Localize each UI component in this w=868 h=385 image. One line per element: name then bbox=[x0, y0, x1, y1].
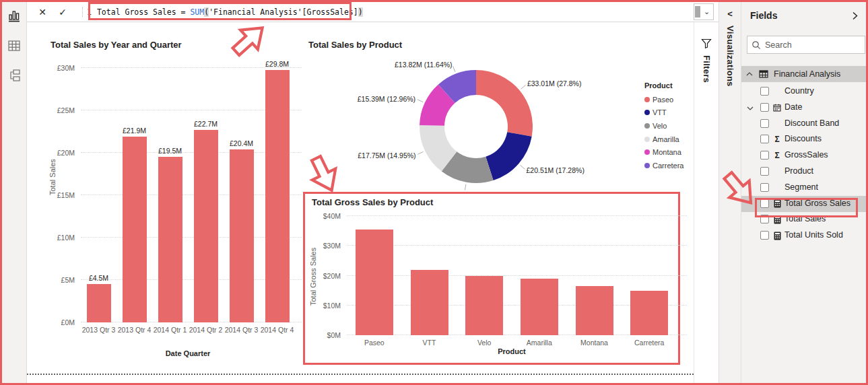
donut-label-vtt: £20.51M (17.28%) bbox=[527, 166, 585, 174]
formula-scrollbar-thumb[interactable] bbox=[695, 6, 700, 18]
bar-velo[interactable] bbox=[465, 276, 503, 335]
data-label: £19.5M bbox=[152, 147, 188, 155]
bar-amarilla[interactable] bbox=[521, 279, 558, 335]
field-label: Product bbox=[784, 166, 813, 176]
legend-item-montana[interactable]: Montana bbox=[644, 145, 693, 159]
bar-vtt[interactable] bbox=[411, 270, 448, 335]
field-label: Total Gross Sales bbox=[784, 199, 850, 208]
field-checkbox[interactable] bbox=[760, 215, 769, 223]
powerbi-window: ✕ ✓ 1 Total Gross Sales = SUM('Financial… bbox=[0, 0, 868, 385]
chevron-down-icon[interactable] bbox=[747, 103, 754, 112]
filter-funnel-icon bbox=[701, 38, 712, 48]
commit-formula-icon[interactable]: ✓ bbox=[53, 7, 73, 18]
legend-item-vtt[interactable]: VTT bbox=[644, 106, 693, 120]
gridline bbox=[347, 245, 687, 246]
no-icon bbox=[772, 182, 782, 193]
table-row-financial-analysis[interactable]: Financial Analysis bbox=[741, 66, 866, 82]
formula-input[interactable]: Total Gross Sales = SUM('Financial Analy… bbox=[97, 7, 363, 17]
bar-carretera[interactable] bbox=[630, 291, 668, 335]
visualizations-pane-label: Visualizations bbox=[725, 26, 735, 87]
bar-2014-qtr-4[interactable] bbox=[265, 70, 290, 322]
model-view-icon[interactable] bbox=[7, 68, 22, 83]
bar-paseo[interactable] bbox=[356, 230, 393, 335]
donut-label-montana: £15.39M (12.96%) bbox=[358, 95, 415, 103]
formula-line-number: 1 bbox=[82, 7, 92, 17]
bar-2013-qtr-4[interactable] bbox=[123, 137, 147, 322]
field-row-segment[interactable]: Segment bbox=[741, 180, 866, 196]
legend-dot bbox=[644, 163, 650, 168]
formula-reference: 'Financial Analysis'[GrossSales] bbox=[209, 7, 358, 17]
field-row-discounts[interactable]: ΣDiscounts bbox=[741, 131, 866, 147]
bar-montana[interactable] bbox=[576, 286, 613, 335]
legend-item-paseo[interactable]: Paseo bbox=[644, 93, 693, 106]
chevron-down-icon: ⌄ bbox=[700, 8, 713, 15]
x-tick-label: 2014 Qtr 4 bbox=[259, 326, 295, 335]
legend-dot bbox=[644, 110, 650, 115]
donut-slice-vtt[interactable] bbox=[486, 132, 531, 180]
donut-label-carretera: £13.82M (11.64%) bbox=[395, 61, 453, 69]
y-tick-label: £5M bbox=[61, 276, 75, 284]
donut-label-paseo: £33.01M (27.8%) bbox=[527, 79, 582, 88]
field-row-total-units-sold[interactable]: Total Units Sold bbox=[741, 228, 866, 244]
label-leader-line bbox=[521, 85, 526, 89]
chart3-title: Total Gross Sales by Product bbox=[312, 197, 433, 207]
donut-slice-paseo[interactable] bbox=[476, 70, 533, 137]
bar-2014-qtr-3[interactable] bbox=[230, 149, 254, 322]
field-checkbox[interactable] bbox=[760, 103, 769, 112]
x-tick-label: Amarilla bbox=[512, 339, 567, 347]
search-input[interactable] bbox=[765, 40, 846, 50]
field-row-total-sales[interactable]: Total Sales bbox=[741, 211, 866, 228]
field-row-discount-band[interactable]: Discount Band bbox=[741, 116, 866, 132]
field-row-product[interactable]: Product bbox=[741, 164, 866, 180]
view-nav-rail bbox=[2, 2, 27, 383]
field-checkbox[interactable] bbox=[760, 135, 769, 143]
report-view-icon[interactable] bbox=[7, 9, 22, 24]
bar-2014-qtr-1[interactable] bbox=[158, 157, 182, 322]
chart1-plot-area: £0M£5M£10M£15M£20M£25M£30M£4.5M2013 Qtr … bbox=[81, 68, 295, 322]
field-row-total-gross-sales[interactable]: Total Gross Sales bbox=[741, 196, 866, 212]
field-checkbox[interactable] bbox=[760, 151, 769, 160]
calculator-icon bbox=[772, 199, 782, 209]
y-tick-label: £10M bbox=[57, 234, 75, 242]
field-checkbox[interactable] bbox=[760, 231, 769, 240]
x-tick-label: 2013 Qtr 3 bbox=[81, 326, 116, 335]
collapse-pane-icon[interactable] bbox=[852, 11, 858, 20]
report-canvas[interactable]: Total Sales by Year and Quarter Total Sa… bbox=[27, 22, 694, 383]
data-view-icon[interactable] bbox=[7, 38, 22, 53]
bar-2014-qtr-2[interactable] bbox=[194, 130, 218, 322]
field-row-grosssales[interactable]: ΣGrossSales bbox=[741, 147, 866, 164]
chart3-highlighted-visual[interactable]: Total Gross Sales by Product Total Gross… bbox=[303, 192, 680, 365]
formula-bar-expand-button[interactable]: ⌄ bbox=[694, 3, 714, 20]
legend-label: VTT bbox=[653, 108, 667, 116]
chart3-y-axis-title: Total Gross Sales bbox=[309, 221, 317, 332]
legend-title: Product bbox=[644, 81, 693, 90]
expand-pane-icon[interactable]: < bbox=[727, 9, 733, 19]
bar-2013-qtr-3[interactable] bbox=[87, 284, 111, 322]
label-leader-line bbox=[520, 165, 525, 169]
fields-pane: Fields Financial Analysis CountryDateDis… bbox=[741, 2, 866, 383]
field-row-country[interactable]: Country bbox=[741, 83, 866, 100]
x-tick-label: Paseo bbox=[347, 339, 402, 347]
field-row-date[interactable]: Date bbox=[741, 100, 866, 116]
legend-dot bbox=[644, 149, 650, 155]
legend-item-amarilla[interactable]: Amarilla bbox=[644, 133, 693, 146]
field-checkbox[interactable] bbox=[760, 199, 769, 208]
chart1-title: Total Sales by Year and Quarter bbox=[51, 40, 182, 50]
field-checkbox[interactable] bbox=[760, 183, 769, 192]
filters-pane-collapsed[interactable]: Filters bbox=[694, 22, 719, 383]
legend-item-carretera[interactable]: Carretera bbox=[644, 159, 693, 172]
field-label: Discounts bbox=[784, 134, 822, 143]
visualizations-pane-collapsed[interactable]: < Visualizations bbox=[719, 2, 741, 383]
field-label: Total Sales bbox=[784, 214, 826, 223]
field-checkbox[interactable] bbox=[760, 167, 769, 176]
legend-dot bbox=[644, 137, 650, 142]
chevron-up-icon[interactable] bbox=[746, 72, 753, 76]
cancel-formula-icon[interactable]: ✕ bbox=[32, 7, 53, 18]
fields-search-box[interactable] bbox=[747, 36, 865, 54]
legend-item-velo[interactable]: Velo bbox=[644, 119, 693, 133]
field-checkbox[interactable] bbox=[760, 87, 769, 96]
chart3-x-axis-title: Product bbox=[347, 347, 677, 355]
fields-pane-title: Fields bbox=[750, 10, 777, 21]
field-checkbox[interactable] bbox=[760, 119, 769, 128]
formula-function: SUM bbox=[190, 7, 204, 17]
